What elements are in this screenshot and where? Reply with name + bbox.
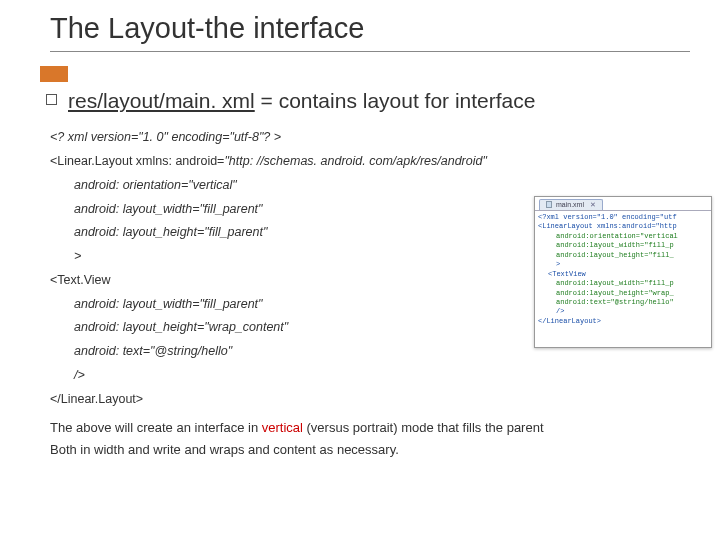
code-line: <Linear.Layout xmlns: android="http: //s…	[50, 150, 690, 174]
editor-line: android:orientation="vertical	[538, 232, 708, 241]
editor-line: android:layout_height="wrap_	[538, 289, 708, 298]
footer-line-1: The above will create an interface in ve…	[50, 417, 690, 439]
editor-line: </LinearLayout>	[538, 317, 708, 326]
editor-body: <?xml version="1.0" encoding="utf <Linea…	[535, 210, 711, 344]
footer-line-2: Both in width and write and wraps and co…	[50, 439, 690, 461]
footer-text: The above will create an interface in ve…	[50, 417, 690, 461]
editor-line: />	[538, 307, 708, 316]
code-line: android: orientation="vertical"	[50, 174, 690, 198]
close-icon: ✕	[590, 201, 596, 209]
footer-red: vertical	[262, 420, 303, 435]
main-bullet-path: res/layout/main. xml	[68, 89, 255, 112]
editor-line: android:layout_width="fill_p	[538, 279, 708, 288]
code-attr: "http: //schemas. android. com/apk/res/a…	[224, 154, 486, 168]
editor-line: android:text="@string/hello"	[538, 298, 708, 307]
editor-line: <LinearLayout xmlns:android="http	[538, 222, 708, 231]
code-line: </Linear.Layout>	[50, 388, 690, 412]
code-line: />	[50, 364, 690, 388]
code-editor-thumbnail: main.xml ✕ <?xml version="1.0" encoding=…	[534, 196, 712, 348]
editor-line: <?xml version="1.0" encoding="utf	[538, 213, 708, 222]
editor-line: android:layout_width="fill_p	[538, 241, 708, 250]
editor-line: android:layout_height="fill_	[538, 251, 708, 260]
bullet-icon	[46, 94, 57, 105]
editor-line: <TextView	[538, 270, 708, 279]
accent-bar	[40, 66, 68, 82]
code-tag: <Linear.Layout xmlns: android=	[50, 154, 224, 168]
main-bullet-rest: = contains layout for interface	[255, 89, 536, 112]
footer-seg: (versus portrait) mode that fills the pa…	[303, 420, 544, 435]
file-icon	[546, 201, 552, 208]
editor-tab: main.xml ✕	[539, 199, 603, 210]
editor-tab-label: main.xml	[556, 201, 584, 208]
footer-seg: The above will create an interface in	[50, 420, 262, 435]
slide-title: The Layout-the interface	[50, 12, 690, 52]
code-line: <? xml version="1. 0" encoding="utf-8"? …	[50, 126, 690, 150]
main-bullet: res/layout/main. xml = contains layout f…	[50, 88, 690, 114]
editor-line: >	[538, 260, 708, 269]
